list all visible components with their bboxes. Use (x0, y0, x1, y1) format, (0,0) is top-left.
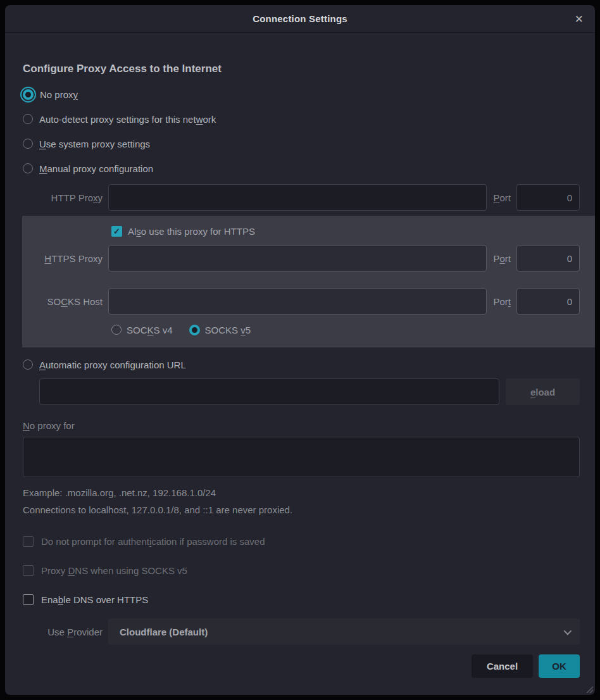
radio-option-auto-detect[interactable]: Auto-detect proxy settings for this netw… (23, 109, 580, 128)
no-prompt-auth-label: Do not prompt for authentication if pass… (41, 536, 265, 547)
no-prompt-auth-row[interactable]: Do not prompt for authentication if pass… (23, 534, 580, 549)
radio-button-auto-detect[interactable] (23, 114, 33, 124)
radio-button-no-proxy[interactable] (23, 89, 34, 100)
radio-label-manual-proxy: Manual proxy configuration (39, 163, 153, 174)
http-port-input[interactable] (516, 184, 580, 211)
also-https-label: Also use this proxy for HTTPS (128, 226, 255, 237)
https-port-input[interactable] (516, 245, 580, 272)
proxy-dns-row[interactable]: Proxy DNS when using SOCKS v5 (23, 563, 580, 578)
http-proxy-row: HTTP Proxy Port (23, 184, 580, 211)
http-proxy-label: HTTP Proxy (23, 192, 108, 203)
radio-label-no-proxy: No proxy (40, 89, 78, 100)
check-icon: ✓ (113, 227, 120, 236)
socks-port-input[interactable] (516, 288, 580, 315)
no-prompt-auth-checkbox[interactable] (23, 536, 34, 547)
dialog-content: Configure Proxy Access to the Internet N… (5, 62, 595, 678)
radio-option-manual-proxy[interactable]: Manual proxy configuration (23, 159, 580, 178)
doh-provider-selected-value: Cloudflare (Default) (120, 627, 564, 637)
enable-doh-row[interactable]: Enable DNS over HTTPS (23, 592, 580, 607)
radio-button-manual-proxy[interactable] (23, 163, 33, 173)
page-title: Configure Proxy Access to the Internet (23, 62, 580, 76)
no-proxy-note-text: Connections to localhost, 127.0.0.1/8, a… (23, 504, 580, 515)
ok-button[interactable]: OK (539, 654, 580, 678)
socks-port-label: Port (493, 296, 511, 307)
http-port-label: Port (493, 192, 511, 203)
socks-host-input[interactable] (108, 288, 487, 315)
radio-option-no-proxy[interactable]: No proxy (23, 85, 580, 104)
radio-option-automatic-url[interactable]: Automatic proxy configuration URL (23, 355, 580, 374)
dialog-titlebar: Connection Settings ✕ (5, 5, 595, 33)
enable-doh-checkbox[interactable] (23, 594, 34, 605)
use-provider-label: Use Provider (23, 627, 108, 637)
chevron-down-icon (564, 627, 572, 635)
radio-button-socks-v4[interactable] (111, 325, 122, 335)
https-proxy-input[interactable] (108, 245, 487, 272)
radio-label-automatic-url: Automatic proxy configuration URL (39, 359, 186, 370)
doh-provider-dropdown[interactable]: Cloudflare (Default) (108, 618, 580, 645)
radio-button-socks-v5[interactable] (189, 325, 200, 335)
https-port-label: Port (493, 253, 511, 264)
reload-button[interactable]: eload (506, 378, 580, 405)
socks-version-row: SOCKS v4 SOCKS v5 (111, 322, 580, 337)
automatic-url-input[interactable] (39, 378, 499, 405)
doh-provider-row: Use Provider Cloudflare (Default) (23, 618, 580, 645)
also-https-checkbox[interactable]: ✓ (111, 226, 122, 237)
socks-host-label: SOCKS Host (23, 296, 108, 307)
radio-label-auto-detect: Auto-detect proxy settings for this netw… (39, 114, 216, 125)
connection-settings-dialog: Connection Settings ✕ Configure Proxy Ac… (5, 5, 595, 695)
automatic-url-row: eload (39, 378, 580, 405)
radio-option-system-proxy[interactable]: Use system proxy settings (23, 134, 580, 153)
radio-button-system-proxy[interactable] (23, 139, 33, 149)
socks-host-row: SOCKS Host Port (23, 288, 580, 315)
resize-grip[interactable] (585, 685, 593, 693)
https-proxy-label: HTTPS Proxy (23, 253, 108, 264)
spacer (23, 272, 580, 288)
enable-doh-label: Enable DNS over HTTPS (41, 594, 148, 605)
no-proxy-example-text: Example: .mozilla.org, .net.nz, 192.168.… (23, 487, 580, 498)
proxy-dns-label: Proxy DNS when using SOCKS v5 (41, 565, 187, 576)
proxy-dns-checkbox[interactable] (23, 565, 34, 576)
also-https-checkbox-row[interactable]: ✓ Also use this proxy for HTTPS (111, 223, 580, 239)
close-icon[interactable]: ✕ (575, 13, 584, 24)
dialog-title: Connection Settings (253, 13, 347, 24)
radio-label-socks-v5: SOCKS v5 (205, 325, 251, 335)
radio-label-system-proxy: Use system proxy settings (39, 139, 150, 149)
http-proxy-input[interactable] (108, 184, 487, 211)
radio-label-socks-v4: SOCKS v4 (127, 325, 173, 335)
https-socks-section: ✓ Also use this proxy for HTTPS HTTPS Pr… (22, 216, 595, 347)
cancel-button[interactable]: Cancel (472, 654, 533, 678)
dialog-footer: Cancel OK (23, 654, 580, 678)
no-proxy-for-textarea[interactable] (23, 437, 580, 477)
no-proxy-for-label: No proxy for (23, 420, 580, 431)
https-proxy-row: HTTPS Proxy Port (23, 245, 580, 272)
radio-button-automatic-url[interactable] (23, 359, 33, 370)
